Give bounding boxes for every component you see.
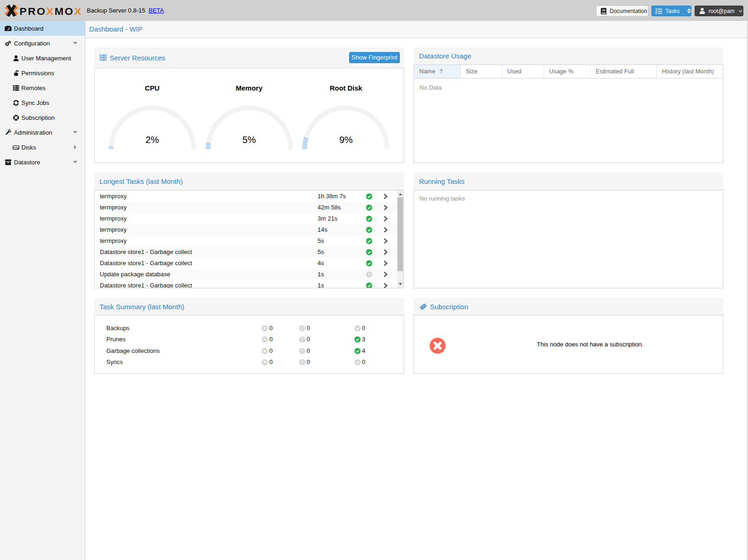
svg-text:?: ?: [368, 272, 371, 277]
